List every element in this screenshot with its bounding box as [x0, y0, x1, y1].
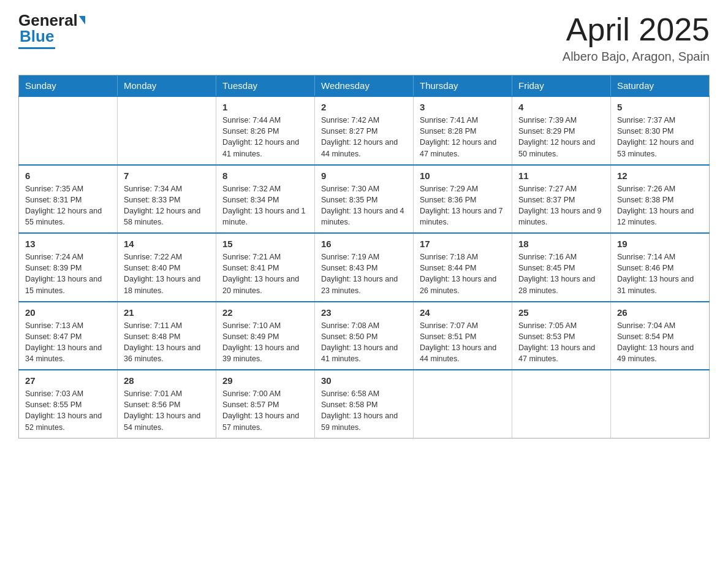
day-number: 8 — [222, 170, 308, 181]
day-info: Sunrise: 7:18 AM Sunset: 8:44 PM Dayligh… — [420, 251, 506, 296]
day-info: Sunrise: 7:30 AM Sunset: 8:35 PM Dayligh… — [321, 183, 407, 228]
calendar-cell: 6Sunrise: 7:35 AM Sunset: 8:31 PM Daylig… — [19, 165, 118, 234]
calendar-cell: 2Sunrise: 7:42 AM Sunset: 8:27 PM Daylig… — [315, 96, 414, 165]
day-info: Sunrise: 7:19 AM Sunset: 8:43 PM Dayligh… — [321, 251, 407, 296]
day-info: Sunrise: 7:03 AM Sunset: 8:55 PM Dayligh… — [25, 388, 111, 433]
logo-blue-text: Blue — [20, 27, 54, 46]
calendar-cell: 29Sunrise: 7:00 AM Sunset: 8:57 PM Dayli… — [216, 370, 315, 438]
day-number: 19 — [617, 239, 703, 249]
day-info: Sunrise: 7:14 AM Sunset: 8:46 PM Dayligh… — [617, 251, 703, 296]
day-info: Sunrise: 7:34 AM Sunset: 8:33 PM Dayligh… — [124, 183, 210, 228]
calendar-week-row: 20Sunrise: 7:13 AM Sunset: 8:47 PM Dayli… — [19, 302, 710, 370]
day-info: Sunrise: 7:37 AM Sunset: 8:30 PM Dayligh… — [617, 115, 703, 159]
calendar-header-row: SundayMondayTuesdayWednesdayThursdayFrid… — [19, 75, 710, 97]
title-block: April 2025 Albero Bajo, Aragon, Spain — [563, 12, 710, 64]
day-number: 29 — [222, 375, 308, 386]
logo: General Blue — [18, 12, 86, 49]
day-number: 24 — [420, 307, 506, 318]
calendar-cell: 10Sunrise: 7:29 AM Sunset: 8:36 PM Dayli… — [414, 165, 512, 234]
calendar-header-day: Wednesday — [315, 75, 414, 97]
day-info: Sunrise: 7:07 AM Sunset: 8:51 PM Dayligh… — [420, 320, 506, 365]
calendar-cell: 23Sunrise: 7:08 AM Sunset: 8:50 PM Dayli… — [315, 302, 414, 370]
day-number: 3 — [420, 102, 506, 112]
calendar-cell: 30Sunrise: 6:58 AM Sunset: 8:58 PM Dayli… — [315, 370, 414, 438]
calendar-cell: 17Sunrise: 7:18 AM Sunset: 8:44 PM Dayli… — [414, 233, 512, 302]
calendar-cell: 4Sunrise: 7:39 AM Sunset: 8:29 PM Daylig… — [512, 96, 611, 165]
day-info: Sunrise: 7:04 AM Sunset: 8:54 PM Dayligh… — [617, 320, 703, 365]
day-number: 22 — [222, 307, 308, 318]
calendar-cell: 8Sunrise: 7:32 AM Sunset: 8:34 PM Daylig… — [216, 165, 315, 234]
page-header: General Blue April 2025 Albero Bajo, Ara… — [18, 12, 710, 64]
calendar-cell — [414, 370, 512, 438]
day-info: Sunrise: 7:05 AM Sunset: 8:53 PM Dayligh… — [518, 320, 604, 365]
calendar-cell: 20Sunrise: 7:13 AM Sunset: 8:47 PM Dayli… — [19, 302, 118, 370]
calendar-cell: 26Sunrise: 7:04 AM Sunset: 8:54 PM Dayli… — [611, 302, 710, 370]
calendar-header-day: Sunday — [19, 75, 118, 97]
day-info: Sunrise: 7:16 AM Sunset: 8:45 PM Dayligh… — [518, 251, 604, 296]
day-number: 23 — [321, 307, 407, 318]
calendar-cell: 13Sunrise: 7:24 AM Sunset: 8:39 PM Dayli… — [19, 233, 118, 302]
calendar-cell: 9Sunrise: 7:30 AM Sunset: 8:35 PM Daylig… — [315, 165, 414, 234]
calendar-header-day: Monday — [118, 75, 216, 97]
calendar-cell: 5Sunrise: 7:37 AM Sunset: 8:30 PM Daylig… — [611, 96, 710, 165]
day-info: Sunrise: 7:24 AM Sunset: 8:39 PM Dayligh… — [25, 251, 111, 296]
calendar-cell: 22Sunrise: 7:10 AM Sunset: 8:49 PM Dayli… — [216, 302, 315, 370]
day-number: 13 — [25, 239, 111, 249]
day-info: Sunrise: 7:01 AM Sunset: 8:56 PM Dayligh… — [124, 388, 210, 433]
day-number: 20 — [25, 307, 111, 318]
day-number: 10 — [420, 170, 506, 181]
calendar-cell: 14Sunrise: 7:22 AM Sunset: 8:40 PM Dayli… — [118, 233, 216, 302]
logo-triangle-icon — [79, 16, 85, 25]
day-info: Sunrise: 6:58 AM Sunset: 8:58 PM Dayligh… — [321, 388, 407, 433]
day-info: Sunrise: 7:44 AM Sunset: 8:26 PM Dayligh… — [222, 115, 308, 159]
calendar-week-row: 27Sunrise: 7:03 AM Sunset: 8:55 PM Dayli… — [19, 370, 710, 438]
day-number: 25 — [518, 307, 604, 318]
calendar-cell: 28Sunrise: 7:01 AM Sunset: 8:56 PM Dayli… — [118, 370, 216, 438]
day-number: 16 — [321, 239, 407, 249]
calendar-cell: 1Sunrise: 7:44 AM Sunset: 8:26 PM Daylig… — [216, 96, 315, 165]
day-info: Sunrise: 7:00 AM Sunset: 8:57 PM Dayligh… — [222, 388, 308, 433]
calendar-header-day: Tuesday — [216, 75, 315, 97]
calendar-header-day: Thursday — [414, 75, 512, 97]
day-info: Sunrise: 7:08 AM Sunset: 8:50 PM Dayligh… — [321, 320, 407, 365]
day-info: Sunrise: 7:27 AM Sunset: 8:37 PM Dayligh… — [518, 183, 604, 228]
day-number: 15 — [222, 239, 308, 249]
calendar-cell: 21Sunrise: 7:11 AM Sunset: 8:48 PM Dayli… — [118, 302, 216, 370]
logo-general-text: General — [18, 12, 78, 28]
day-info: Sunrise: 7:32 AM Sunset: 8:34 PM Dayligh… — [222, 183, 308, 228]
day-info: Sunrise: 7:22 AM Sunset: 8:40 PM Dayligh… — [124, 251, 210, 296]
day-number: 12 — [617, 170, 703, 181]
day-info: Sunrise: 7:39 AM Sunset: 8:29 PM Dayligh… — [518, 115, 604, 159]
calendar-cell — [512, 370, 611, 438]
day-number: 2 — [321, 102, 407, 112]
day-info: Sunrise: 7:26 AM Sunset: 8:38 PM Dayligh… — [617, 183, 703, 228]
calendar-cell: 11Sunrise: 7:27 AM Sunset: 8:37 PM Dayli… — [512, 165, 611, 234]
calendar-cell: 27Sunrise: 7:03 AM Sunset: 8:55 PM Dayli… — [19, 370, 118, 438]
calendar-location: Albero Bajo, Aragon, Spain — [563, 50, 710, 64]
calendar-header-day: Friday — [512, 75, 611, 97]
calendar-cell: 3Sunrise: 7:41 AM Sunset: 8:28 PM Daylig… — [414, 96, 512, 165]
day-number: 4 — [518, 102, 604, 112]
day-number: 27 — [25, 375, 111, 386]
day-info: Sunrise: 7:21 AM Sunset: 8:41 PM Dayligh… — [222, 251, 308, 296]
day-number: 14 — [124, 239, 210, 249]
calendar-cell: 7Sunrise: 7:34 AM Sunset: 8:33 PM Daylig… — [118, 165, 216, 234]
calendar-cell: 18Sunrise: 7:16 AM Sunset: 8:45 PM Dayli… — [512, 233, 611, 302]
day-number: 28 — [124, 375, 210, 386]
day-info: Sunrise: 7:29 AM Sunset: 8:36 PM Dayligh… — [420, 183, 506, 228]
calendar-week-row: 6Sunrise: 7:35 AM Sunset: 8:31 PM Daylig… — [19, 165, 710, 234]
calendar-cell: 16Sunrise: 7:19 AM Sunset: 8:43 PM Dayli… — [315, 233, 414, 302]
day-number: 18 — [518, 239, 604, 249]
calendar-cell: 25Sunrise: 7:05 AM Sunset: 8:53 PM Dayli… — [512, 302, 611, 370]
calendar-cell: 24Sunrise: 7:07 AM Sunset: 8:51 PM Dayli… — [414, 302, 512, 370]
day-info: Sunrise: 7:42 AM Sunset: 8:27 PM Dayligh… — [321, 115, 407, 159]
calendar-cell — [611, 370, 710, 438]
day-number: 26 — [617, 307, 703, 318]
calendar-title: April 2025 — [563, 12, 710, 47]
calendar-cell: 12Sunrise: 7:26 AM Sunset: 8:38 PM Dayli… — [611, 165, 710, 234]
day-number: 11 — [518, 170, 604, 181]
calendar-cell: 15Sunrise: 7:21 AM Sunset: 8:41 PM Dayli… — [216, 233, 315, 302]
calendar-header-day: Saturday — [611, 75, 710, 97]
calendar-cell — [19, 96, 118, 165]
calendar-cell: 19Sunrise: 7:14 AM Sunset: 8:46 PM Dayli… — [611, 233, 710, 302]
